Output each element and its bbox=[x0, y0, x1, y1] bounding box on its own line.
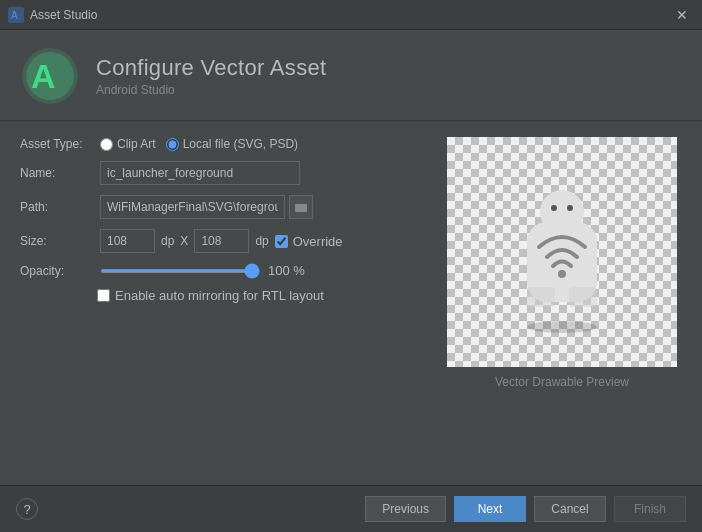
preview-label: Vector Drawable Preview bbox=[495, 375, 629, 389]
preview-svg bbox=[497, 167, 627, 337]
path-input[interactable] bbox=[100, 195, 285, 219]
next-button[interactable]: Next bbox=[454, 496, 526, 522]
svg-rect-13 bbox=[527, 287, 555, 307]
path-row: Path: bbox=[20, 195, 422, 219]
footer-section: ? Previous Next Cancel Finish bbox=[0, 485, 702, 532]
dialog-content: A Configure Vector Asset Android Studio … bbox=[0, 30, 702, 532]
size-row: Size: dp X dp Override bbox=[20, 229, 422, 253]
override-row: Override bbox=[275, 234, 343, 249]
svg-point-10 bbox=[551, 205, 557, 211]
asset-type-options: Clip Art Local file (SVG, PSD) bbox=[100, 137, 298, 151]
path-input-group bbox=[100, 195, 313, 219]
header-section: A Configure Vector Asset Android Studio bbox=[0, 30, 702, 121]
svg-point-11 bbox=[567, 205, 573, 211]
mirror-checkbox[interactable] bbox=[97, 289, 110, 302]
checker-background bbox=[447, 137, 677, 367]
svg-point-7 bbox=[527, 321, 597, 333]
override-label: Override bbox=[293, 234, 343, 249]
app-icon: A bbox=[8, 7, 24, 23]
clip-art-option[interactable]: Clip Art bbox=[100, 137, 156, 151]
opacity-value: 100 % bbox=[268, 263, 305, 278]
opacity-label: Opacity: bbox=[20, 264, 92, 278]
name-input[interactable] bbox=[100, 161, 300, 185]
dialog-title: Configure Vector Asset bbox=[96, 55, 326, 81]
svg-rect-6 bbox=[295, 204, 300, 206]
svg-text:A: A bbox=[31, 57, 56, 95]
android-logo: A bbox=[20, 46, 80, 106]
footer-left: ? bbox=[16, 498, 38, 520]
size-height-input[interactable] bbox=[194, 229, 249, 253]
override-checkbox[interactable] bbox=[275, 235, 288, 248]
size-inputs: dp X dp Override bbox=[100, 229, 343, 253]
clip-art-label: Clip Art bbox=[117, 137, 156, 151]
dialog-subtitle: Android Studio bbox=[96, 83, 326, 97]
asset-type-row: Asset Type: Clip Art Local file (SVG, PS… bbox=[20, 137, 422, 151]
opacity-slider-row: 100 % bbox=[100, 263, 305, 278]
clip-art-radio[interactable] bbox=[100, 138, 113, 151]
opacity-row: Opacity: 100 % bbox=[20, 263, 422, 278]
svg-rect-14 bbox=[569, 287, 597, 307]
browse-button[interactable] bbox=[289, 195, 313, 219]
local-file-label: Local file (SVG, PSD) bbox=[183, 137, 298, 151]
main-area: Asset Type: Clip Art Local file (SVG, PS… bbox=[0, 121, 702, 485]
size-height-unit: dp bbox=[255, 234, 268, 248]
local-file-option[interactable]: Local file (SVG, PSD) bbox=[166, 137, 298, 151]
preview-canvas bbox=[447, 137, 677, 367]
preview-section: Vector Drawable Preview bbox=[442, 137, 682, 469]
mirror-row: Enable auto mirroring for RTL layout bbox=[20, 288, 422, 303]
name-row: Name: bbox=[20, 161, 422, 185]
mirror-label: Enable auto mirroring for RTL layout bbox=[115, 288, 324, 303]
local-file-radio[interactable] bbox=[166, 138, 179, 151]
size-width-input[interactable] bbox=[100, 229, 155, 253]
mirror-option[interactable]: Enable auto mirroring for RTL layout bbox=[97, 288, 324, 303]
help-label: ? bbox=[23, 502, 30, 517]
header-text: Configure Vector Asset Android Studio bbox=[96, 55, 326, 97]
footer-buttons: Previous Next Cancel Finish bbox=[365, 496, 686, 522]
path-label: Path: bbox=[20, 200, 92, 214]
name-label: Name: bbox=[20, 166, 92, 180]
window-title: Asset Studio bbox=[30, 8, 670, 22]
form-section: Asset Type: Clip Art Local file (SVG, PS… bbox=[20, 137, 422, 469]
finish-button[interactable]: Finish bbox=[614, 496, 686, 522]
opacity-slider[interactable] bbox=[100, 269, 260, 273]
folder-icon bbox=[295, 201, 307, 213]
previous-button[interactable]: Previous bbox=[365, 496, 446, 522]
size-width-unit: dp bbox=[161, 234, 174, 248]
help-button[interactable]: ? bbox=[16, 498, 38, 520]
svg-point-9 bbox=[540, 190, 584, 234]
cancel-button[interactable]: Cancel bbox=[534, 496, 606, 522]
title-bar: A Asset Studio ✕ bbox=[0, 0, 702, 30]
close-button[interactable]: ✕ bbox=[670, 5, 694, 25]
asset-type-label: Asset Type: bbox=[20, 137, 92, 151]
size-label: Size: bbox=[20, 234, 92, 248]
preview-image-area bbox=[447, 137, 677, 367]
svg-text:A: A bbox=[11, 10, 18, 21]
size-x-label: X bbox=[180, 234, 188, 248]
svg-point-12 bbox=[558, 270, 566, 278]
